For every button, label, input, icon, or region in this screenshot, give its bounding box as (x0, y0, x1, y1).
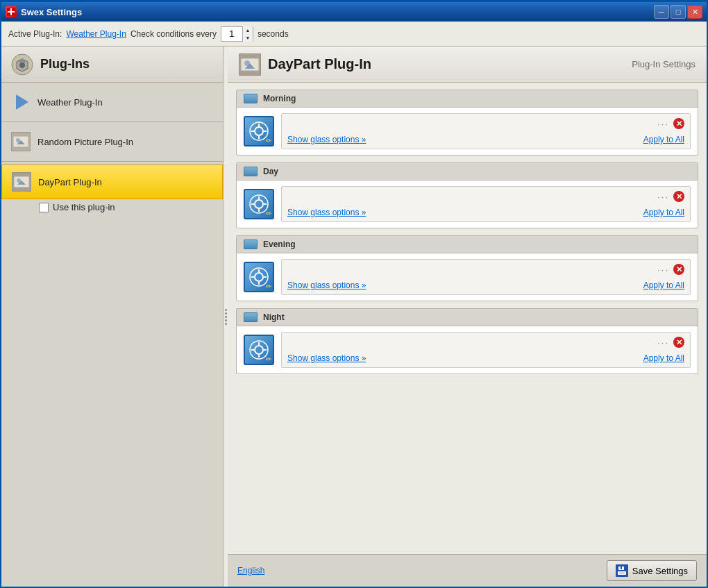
use-plugin-label: Use this plug-in (53, 202, 115, 212)
night-dots-menu[interactable]: ··· (657, 337, 669, 348)
day-section-icon (244, 167, 258, 176)
save-label: Save Settings (632, 566, 688, 576)
morning-glass-link[interactable]: Show glass options » (287, 135, 366, 144)
weather-plugin-label: Weather Plug-In (37, 97, 103, 108)
evening-icon-bg: ✏ (244, 262, 274, 292)
day-pencil-icon: ✏ (266, 210, 271, 217)
evening-section: Evening (236, 235, 698, 301)
night-title: Night (263, 312, 285, 322)
sidebar-item-weather[interactable]: Weather Plug-In (1, 85, 223, 119)
night-remove-button[interactable]: ✕ (673, 337, 684, 348)
content-header-icon (239, 53, 261, 76)
day-options: ··· ✕ Show glass options » Apply to All (281, 186, 691, 222)
day-row: ✏ ··· ✕ Show glass options » Apply to Al… (237, 180, 698, 228)
morning-pencil-icon: ✏ (266, 137, 271, 144)
day-apply-link[interactable]: Apply to All (643, 208, 684, 217)
sidebar-divider-1 (1, 121, 223, 122)
svg-point-4 (19, 62, 25, 68)
night-header: Night (237, 309, 698, 326)
restore-button[interactable]: □ (671, 5, 686, 19)
day-dots-menu[interactable]: ··· (657, 192, 669, 202)
use-plugin-checkbox[interactable] (39, 203, 49, 212)
morning-icon-bg: ✏ (244, 116, 274, 146)
active-plugin-link[interactable]: Weather Plug-In (66, 29, 126, 39)
morning-apply-link[interactable]: Apply to All (643, 135, 684, 144)
app-icon (6, 6, 17, 17)
spinner-down[interactable]: ▼ (243, 34, 253, 42)
drag-dot-4 (225, 319, 227, 321)
evening-dots-menu[interactable]: ··· (657, 264, 669, 275)
content-header-left: DayPart Plug-In (239, 53, 371, 76)
play-icon (16, 94, 28, 110)
save-settings-button[interactable]: Save Settings (607, 560, 697, 581)
content-header: DayPart Plug-In Plug-In Settings (228, 47, 707, 83)
evening-header: Evening (237, 236, 698, 253)
evening-remove-button[interactable]: ✕ (673, 264, 684, 275)
drag-dot-5 (225, 323, 227, 325)
sidebar-item-daypart[interactable]: DayPart Plug-In (1, 165, 223, 199)
day-title: Day (263, 167, 278, 176)
morning-plugin-icon: ✏ (244, 116, 274, 146)
svg-point-33 (255, 346, 263, 354)
toolbar: Active Plug-In: Weather Plug-In Check co… (1, 22, 707, 47)
night-apply-link[interactable]: Apply to All (643, 353, 684, 363)
interval-input[interactable] (221, 29, 242, 39)
use-plugin-row: Use this plug-in (1, 199, 223, 215)
sidebar: Plug-Ins Weather Plug-In (1, 47, 224, 587)
svg-rect-42 (619, 572, 625, 574)
morning-section-icon (244, 94, 258, 103)
morning-options: ··· ✕ Show glass options » Apply to All (281, 113, 691, 149)
night-icon-bg: ✏ (244, 335, 274, 365)
svg-rect-40 (621, 566, 622, 569)
morning-header: Morning (237, 90, 698, 108)
night-glass-link[interactable]: Show glass options » (287, 353, 366, 363)
sidebar-items: Weather Plug-In Random Picture Plug-In (1, 83, 223, 587)
language-link[interactable]: English (237, 566, 264, 576)
night-pencil-icon: ✏ (266, 355, 271, 363)
morning-options-top: ··· ✕ (287, 118, 684, 129)
weather-plugin-icon (11, 92, 31, 112)
day-options-top: ··· ✕ (287, 191, 684, 202)
svg-point-21 (255, 200, 263, 208)
evening-options-top: ··· ✕ (287, 264, 684, 275)
evening-apply-link[interactable]: Apply to All (643, 280, 684, 290)
evening-glass-link[interactable]: Show glass options » (287, 280, 366, 290)
night-options-top: ··· ✕ (287, 337, 684, 348)
morning-dots-menu[interactable]: ··· (657, 119, 669, 129)
bottom-bar: English Save Settings (228, 554, 707, 587)
night-options-bottom: Show glass options » Apply to All (287, 353, 684, 363)
night-section: Night (236, 308, 698, 374)
day-options-bottom: Show glass options » Apply to All (287, 208, 684, 217)
interval-input-wrap: ▲ ▼ (221, 26, 253, 42)
day-icon-bg: ✏ (244, 189, 274, 219)
random-plugin-label: Random Picture Plug-In (37, 137, 133, 147)
sidebar-header-icon (11, 53, 33, 76)
day-glass-link[interactable]: Show glass options » (287, 208, 366, 217)
sidebar-header: Plug-Ins (1, 47, 223, 83)
main-window: Swex Settings ─ □ ✕ Active Plug-In: Weat… (0, 0, 708, 588)
save-icon (616, 564, 628, 577)
minimize-button[interactable]: ─ (654, 5, 669, 19)
main-content: Plug-Ins Weather Plug-In (1, 47, 707, 587)
sidebar-title: Plug-Ins (40, 57, 90, 72)
day-header: Day (237, 163, 698, 180)
random-plugin-icon (11, 132, 31, 151)
evening-options: ··· ✕ Show glass options » Apply to All (281, 259, 691, 295)
sidebar-item-random[interactable]: Random Picture Plug-In (1, 125, 223, 158)
night-options: ··· ✕ Show glass options » Apply to All (281, 332, 691, 368)
content-subtitle: Plug-In Settings (632, 59, 696, 69)
content-area: DayPart Plug-In Plug-In Settings Morning (228, 47, 707, 587)
evening-section-icon (244, 240, 258, 249)
morning-options-bottom: Show glass options » Apply to All (287, 135, 684, 144)
active-plugin-label: Active Plug-In: (8, 29, 62, 39)
evening-options-bottom: Show glass options » Apply to All (287, 280, 684, 290)
night-section-icon (244, 312, 258, 322)
close-button[interactable]: ✕ (687, 5, 702, 19)
day-remove-button[interactable]: ✕ (673, 191, 684, 202)
spinner-up[interactable]: ▲ (243, 26, 253, 34)
night-row: ✏ ··· ✕ Show glass options » Apply to Al… (237, 326, 698, 373)
evening-row: ✏ ··· ✕ Show glass options » Apply to Al… (237, 253, 698, 301)
evening-plugin-icon: ✏ (244, 262, 274, 292)
morning-remove-button[interactable]: ✕ (673, 118, 684, 129)
night-plugin-icon: ✏ (244, 335, 274, 365)
